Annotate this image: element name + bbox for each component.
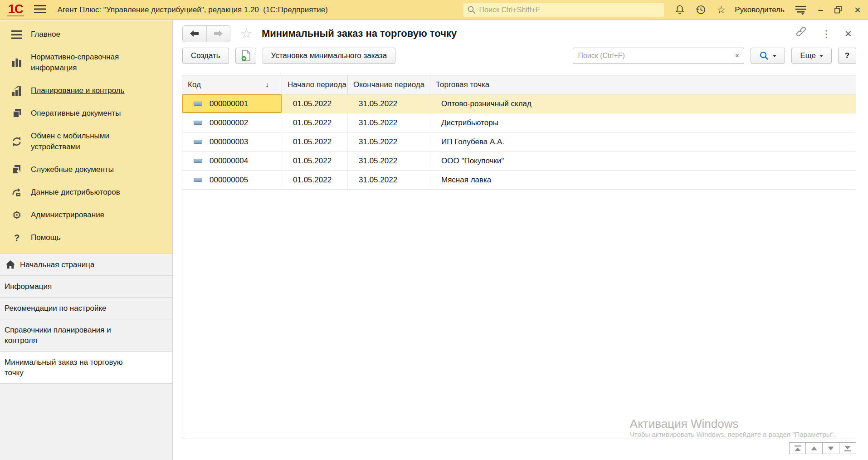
close-window-button[interactable]: × [854, 5, 861, 15]
register-table: Код ↓ Начало периода Окончание периода Т… [182, 75, 856, 439]
home-icon [5, 260, 16, 269]
sidebar-item-glavnoe[interactable]: Главное [0, 23, 172, 46]
1c-logo: 1С [7, 3, 24, 16]
go-to-top-button[interactable] [789, 442, 806, 454]
sidebar-item-home[interactable]: Начальная страница [0, 254, 172, 276]
set-min-order-button[interactable]: Установка минимального заказа [263, 48, 395, 64]
app-window: 1С Агент Плюс: "Управление дистрибуцией"… [0, 0, 868, 460]
sidebar-item-nsi[interactable]: Нормативно-справочная информация [0, 46, 172, 79]
columns-icon [10, 58, 24, 68]
notifications-bell-icon[interactable] [675, 5, 685, 15]
favorites-star-icon[interactable]: ☆ [717, 5, 726, 15]
record-icon [194, 121, 202, 125]
column-header-period-end[interactable]: Окончание периода [348, 75, 430, 94]
table-row[interactable]: 000000005 01.05.2022 31.05.2022 Мясная л… [182, 171, 856, 190]
sidebar: Главное Нормативно-справочная информация… [0, 20, 173, 460]
forward-button[interactable] [206, 26, 230, 42]
help-button[interactable]: ? [838, 48, 856, 64]
minimize-button[interactable]: – [818, 5, 823, 15]
table-row[interactable]: 000000004 01.05.2022 31.05.2022 ООО "Пок… [182, 152, 856, 171]
close-page-button[interactable]: × [845, 28, 852, 39]
section-panel: Главное Нормативно-справочная информация… [0, 20, 172, 254]
gear-icon: ⚙ [10, 210, 24, 220]
command-bar: Создать Установка минимального заказа × … [173, 47, 868, 64]
create-button[interactable]: Создать [182, 48, 229, 64]
record-icon [194, 102, 202, 106]
history-icon[interactable] [696, 5, 706, 15]
page-header: ☆ Минимальный заказ на торговую точку ⋮ … [173, 20, 868, 47]
search-options-button[interactable] [751, 48, 785, 64]
sidebar-item-sluzhebnye[interactable]: Служебные документы [0, 158, 172, 181]
distributor-data-icon [10, 187, 24, 198]
search-icon [467, 5, 476, 15]
table-row[interactable]: 000000001 01.05.2022 31.05.2022 Оптово-р… [182, 94, 856, 113]
sidebar-item-informaciya[interactable]: Информация [0, 276, 172, 298]
back-button[interactable] [183, 26, 206, 42]
window-title: Агент Плюс: "Управление дистрибуцией", р… [58, 5, 328, 15]
global-search-input[interactable] [479, 6, 660, 14]
sidebar-item-planirovanie[interactable]: Планирование и контроль [0, 79, 172, 102]
sidebar-item-minimalny-zakaz[interactable]: Минимальный заказ на торговую точку [0, 352, 172, 384]
restore-window-button[interactable] [834, 5, 843, 14]
scroll-up-button[interactable] [806, 442, 823, 454]
menu-icon [10, 30, 24, 39]
column-header-outlet[interactable]: Торговая точка [430, 75, 856, 94]
global-search[interactable] [463, 3, 664, 17]
main-content: ☆ Минимальный заказ на торговую точку ⋮ … [173, 20, 868, 460]
record-icon [194, 159, 202, 163]
column-header-code[interactable]: Код ↓ [182, 75, 282, 94]
kebab-menu-icon[interactable]: ⋮ [822, 29, 831, 39]
search-icon [759, 51, 769, 61]
more-button[interactable]: Еще [791, 48, 832, 64]
list-search-input[interactable] [573, 52, 730, 60]
table-row[interactable]: 000000003 01.05.2022 31.05.2022 ИП Голуб… [182, 132, 856, 152]
window-titlebar: 1С Агент Плюс: "Управление дистрибуцией"… [0, 0, 868, 20]
service-documents-icon [10, 165, 24, 175]
record-icon [194, 140, 202, 144]
history-nav-group [182, 25, 230, 42]
function-panel: Начальная страница Информация Рекомендац… [0, 254, 172, 384]
list-search[interactable]: × [573, 48, 744, 64]
sidebar-item-distributory[interactable]: Данные дистрибьюторов [0, 181, 172, 204]
page-header-actions: ⋮ × [796, 27, 852, 40]
sidebar-item-operativnye[interactable]: Оперативные документы [0, 102, 172, 125]
page-title: Минимальный заказ на торговую точку [262, 28, 457, 39]
get-link-icon[interactable] [796, 27, 808, 40]
go-to-bottom-button[interactable] [839, 442, 856, 454]
sync-icon [10, 136, 24, 147]
user-menu-icon[interactable] [795, 5, 806, 15]
bar-chart-icon [10, 86, 24, 96]
main-menu-icon[interactable] [34, 5, 46, 15]
sidebar-item-administrirovanie[interactable]: ⚙ Администрирование [0, 204, 172, 226]
clear-search-icon[interactable]: × [730, 48, 744, 64]
sidebar-item-rekomendacii[interactable]: Рекомендации по настройке [0, 298, 172, 319]
help-icon: ? [10, 233, 24, 243]
documents-icon [10, 108, 24, 118]
scroll-down-button[interactable] [823, 442, 839, 454]
table-row[interactable]: 000000002 01.05.2022 31.05.2022 Дистрибь… [182, 113, 856, 132]
copy-document-icon [241, 50, 251, 62]
list-scroll-buttons [789, 442, 856, 454]
chevron-down-icon [819, 55, 823, 57]
create-by-copy-button[interactable] [235, 48, 256, 64]
favorite-page-star-icon[interactable]: ☆ [240, 27, 253, 40]
current-user[interactable]: Руководитель [735, 5, 785, 15]
sidebar-item-spravochniki[interactable]: Справочники планирования и контроля [0, 319, 172, 352]
record-icon [194, 178, 202, 182]
windows-activation-watermark: Активация Windows Чтобы активировать Win… [630, 417, 835, 438]
sidebar-item-obmen[interactable]: Обмен с мобильными устройствами [0, 125, 172, 158]
sort-desc-icon: ↓ [265, 81, 269, 89]
sidebar-item-pomosch[interactable]: ? Помощь [0, 226, 172, 249]
column-header-period-start[interactable]: Начало периода [282, 75, 348, 94]
table-header-row: Код ↓ Начало периода Окончание периода Т… [182, 75, 856, 94]
chevron-down-icon [773, 55, 776, 57]
